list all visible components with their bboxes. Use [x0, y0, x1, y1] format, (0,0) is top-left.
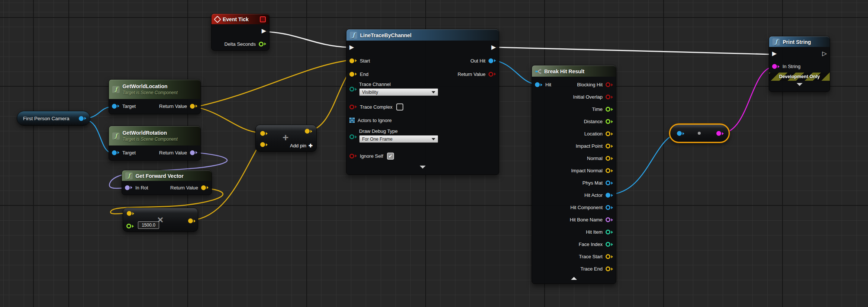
wire-conversion-to-instring[interactable]: [723, 67, 772, 133]
getworldrotation-title: GetWorldRotation: [122, 130, 177, 137]
return-value-pin[interactable]: [201, 185, 209, 190]
expand-pins-button[interactable]: [769, 81, 830, 88]
blueprint-graph-canvas[interactable]: Event Tick ▶ Delta Seconds First Person …: [0, 0, 868, 307]
node-linetracebychannel[interactable]: ƒ LineTraceByChannel ▶ ▶ Start Out Hit E…: [346, 29, 499, 175]
hit-input-pin[interactable]: [535, 82, 542, 87]
array-pin-icon[interactable]: [349, 118, 355, 123]
node-first-person-camera[interactable]: First Person Camera: [17, 111, 90, 126]
wire-exec-eventtick-to-linetrace[interactable]: [265, 32, 349, 47]
exec-in-pin[interactable]: ▶: [349, 44, 354, 50]
hit-bone-name-label: Hit Bone Name: [570, 217, 603, 223]
get-forward-vector-header[interactable]: ƒ Get Forward Vector: [122, 170, 212, 181]
return-value-pin[interactable]: [190, 150, 197, 155]
return-value-pin[interactable]: [190, 104, 197, 109]
draw-debug-type-value: For One Frame: [362, 137, 393, 142]
add-pin-button[interactable]: Add pin ✚: [290, 143, 313, 148]
conversion-output-pin[interactable]: [716, 131, 724, 136]
ignore-self-pin[interactable]: [349, 154, 357, 159]
node-break-hit-result[interactable]: Break Hit Result Hit Blocking Hit Initia…: [532, 65, 616, 284]
add-output-pin[interactable]: [305, 129, 312, 134]
wire-worldlocation-to-trace-start[interactable]: [196, 60, 349, 107]
trace-start-pin[interactable]: [606, 254, 613, 259]
add-input-b-pin[interactable]: [260, 142, 268, 147]
event-tick-header[interactable]: Event Tick: [212, 14, 269, 24]
trace-channel-label: Trace Channel: [359, 81, 496, 87]
camera-output-pin[interactable]: [79, 116, 86, 121]
impact-normal-label: Impact Normal: [571, 168, 603, 173]
end-label: End: [360, 71, 368, 77]
in-rot-pin[interactable]: [125, 185, 132, 190]
end-pin[interactable]: [349, 72, 357, 77]
distance-label: Distance: [584, 119, 603, 124]
delta-seconds-pin[interactable]: [259, 42, 266, 47]
node-print-string[interactable]: ƒ Print String ▶ ▷ In String Development…: [769, 36, 830, 92]
multiply-input-a-pin[interactable]: [127, 211, 134, 216]
target-pin[interactable]: [112, 104, 119, 109]
hit-actor-pin[interactable]: [606, 193, 613, 198]
face-index-pin[interactable]: [606, 242, 613, 247]
break-hit-result-header[interactable]: Break Hit Result: [532, 65, 616, 77]
wire-worldlocation-to-add[interactable]: [196, 107, 259, 133]
trace-end-pin[interactable]: [606, 266, 613, 271]
node-event-tick[interactable]: Event Tick ▶ Delta Seconds: [211, 13, 270, 51]
node-add[interactable]: + Add pin ✚: [255, 125, 317, 152]
out-hit-pin[interactable]: [488, 58, 496, 63]
add-input-a-pin[interactable]: [260, 131, 268, 136]
draw-debug-type-dropdown[interactable]: For One Frame: [359, 135, 438, 143]
expand-down-icon: [797, 83, 803, 86]
exec-out-pin[interactable]: ▶: [262, 28, 266, 34]
return-value-pin[interactable]: [488, 72, 496, 77]
draw-debug-type-pin[interactable]: [349, 134, 357, 139]
hit-bone-name-pin[interactable]: [606, 217, 613, 222]
initial-overlap-pin[interactable]: [606, 95, 613, 99]
target-pin[interactable]: [112, 150, 119, 155]
multiply-input-b-pin[interactable]: [126, 224, 134, 228]
multiply-output-pin[interactable]: [188, 218, 196, 223]
ignore-self-checkbox[interactable]: ✔: [387, 153, 394, 160]
multiply-value-field[interactable]: 1500.0: [138, 221, 159, 229]
blocking-hit-pin[interactable]: [606, 82, 613, 87]
phys-mat-label: Phys Mat: [583, 180, 603, 186]
expand-pins-button[interactable]: [346, 163, 499, 171]
wire-hitactor-to-conversion[interactable]: [610, 133, 677, 195]
node-to-string-conversion-selected[interactable]: [669, 124, 730, 143]
wire-camera-to-getworldrotation[interactable]: [86, 120, 111, 153]
exec-in-pin[interactable]: ▶: [772, 51, 777, 57]
trace-complex-checkbox[interactable]: [396, 103, 403, 111]
collapse-up-icon: [571, 277, 577, 280]
linetrace-header[interactable]: ƒ LineTraceByChannel: [346, 29, 499, 41]
collapse-pins-button[interactable]: [532, 275, 616, 282]
trace-channel-pin[interactable]: [349, 87, 357, 92]
function-icon: ƒ: [350, 32, 357, 39]
location-pin[interactable]: [606, 131, 613, 136]
normal-pin[interactable]: [606, 156, 613, 161]
hit-item-pin[interactable]: [606, 230, 613, 234]
initial-overlap-label: Initial Overlap: [573, 94, 603, 100]
time-pin[interactable]: [606, 107, 613, 112]
getworldlocation-title: GetWorldLocation: [122, 83, 177, 90]
wire-add-to-trace-end[interactable]: [309, 73, 349, 131]
in-string-pin[interactable]: [772, 64, 780, 69]
node-getworldlocation[interactable]: ƒ GetWorldLocation Target is Scene Compo…: [109, 79, 201, 114]
node-getworldrotation[interactable]: ƒ GetWorldRotation Target is Scene Compo…: [109, 126, 201, 161]
impact-normal-pin[interactable]: [606, 168, 613, 173]
start-pin[interactable]: [349, 58, 357, 63]
phys-mat-pin[interactable]: [606, 180, 613, 185]
conversion-input-pin[interactable]: [677, 131, 684, 136]
node-multiply[interactable]: × 1500.0: [123, 208, 198, 232]
trace-channel-dropdown[interactable]: Visibility: [359, 88, 438, 96]
development-only-label: Development Only: [779, 74, 820, 79]
exec-out-pin[interactable]: ▶: [491, 44, 496, 50]
distance-pin[interactable]: [606, 119, 613, 124]
trace-end-label: Trace End: [581, 266, 603, 272]
impact-point-pin[interactable]: [606, 144, 613, 148]
exec-out-pin[interactable]: ▷: [822, 51, 827, 57]
wire-exec-linetrace-to-printstring[interactable]: [496, 47, 771, 54]
hit-component-pin[interactable]: [606, 205, 613, 210]
trace-complex-pin[interactable]: [349, 105, 357, 109]
node-get-forward-vector[interactable]: ƒ Get Forward Vector In Rot Return Value: [122, 170, 212, 195]
getworldlocation-header[interactable]: ƒ GetWorldLocation Target is Scene Compo…: [109, 80, 200, 99]
getworldrotation-header[interactable]: ƒ GetWorldRotation Target is Scene Compo…: [109, 126, 200, 145]
print-string-header[interactable]: ƒ Print String: [769, 36, 830, 47]
return-value-label: Return Value: [159, 103, 187, 109]
